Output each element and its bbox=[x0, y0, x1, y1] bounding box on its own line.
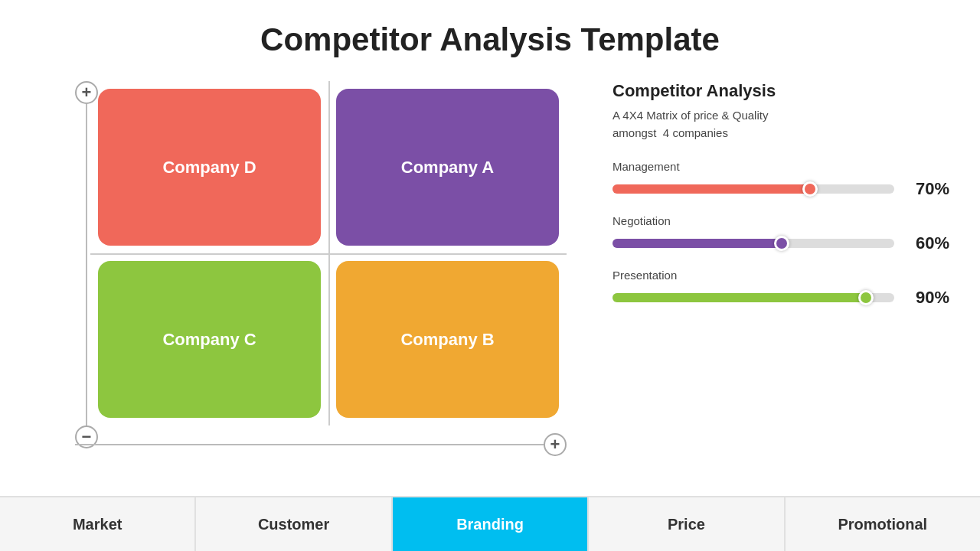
company-a-box: Company A bbox=[336, 89, 559, 246]
negotiation-fill bbox=[612, 239, 782, 248]
management-thumb bbox=[802, 181, 818, 197]
company-d-box: Company D bbox=[98, 89, 321, 246]
company-grid: Company D Company A Company C Company B bbox=[90, 81, 567, 425]
tab-branding[interactable]: Branding bbox=[393, 497, 589, 551]
company-c-label: Company C bbox=[162, 330, 256, 350]
presentation-label: Presentation bbox=[612, 269, 949, 282]
management-slider-row: 70% bbox=[612, 179, 949, 199]
negotiation-track[interactable] bbox=[612, 239, 894, 248]
presentation-thumb bbox=[858, 290, 874, 305]
axis-horizontal: + bbox=[75, 433, 567, 456]
management-track[interactable] bbox=[612, 184, 894, 194]
company-c-box: Company C bbox=[98, 261, 321, 418]
tab-customer[interactable]: Customer bbox=[196, 497, 392, 551]
company-a-label: Company A bbox=[401, 158, 494, 178]
presentation-value: 90% bbox=[903, 288, 949, 308]
negotiation-slider-row: 60% bbox=[612, 233, 949, 253]
cell-company-d: Company D bbox=[90, 81, 328, 253]
management-section: Management 70% bbox=[612, 160, 949, 199]
panel-title: Competitor Analysis bbox=[612, 81, 949, 101]
company-b-box: Company B bbox=[336, 261, 559, 418]
main-content: + − + Company D Company A bbox=[0, 73, 980, 456]
cell-company-a: Company A bbox=[328, 81, 567, 253]
negotiation-thumb bbox=[774, 236, 789, 251]
axis-plus-right: + bbox=[544, 433, 567, 456]
negotiation-section: Negotiation 60% bbox=[612, 214, 949, 253]
presentation-section: Presentation 90% bbox=[612, 269, 949, 308]
tab-promotional[interactable]: Promotional bbox=[786, 497, 980, 551]
cell-company-b: Company B bbox=[328, 253, 567, 425]
axis-line-vertical bbox=[86, 104, 87, 425]
page-title: Competitor Analysis Template bbox=[0, 0, 980, 73]
tab-market[interactable]: Market bbox=[0, 497, 196, 551]
management-fill bbox=[612, 184, 810, 194]
matrix-area: + − + Company D Company A bbox=[31, 73, 582, 456]
tabs-bar: Market Customer Branding Price Promotion… bbox=[0, 496, 980, 551]
axis-line-horizontal bbox=[75, 444, 544, 445]
management-label: Management bbox=[612, 160, 949, 173]
presentation-track[interactable] bbox=[612, 293, 894, 302]
management-value: 70% bbox=[903, 179, 949, 199]
panel-description: A 4X4 Matrix of price & Qualityamongst 4… bbox=[612, 107, 949, 142]
negotiation-value: 60% bbox=[903, 233, 949, 253]
presentation-slider-row: 90% bbox=[612, 288, 949, 308]
negotiation-label: Negotiation bbox=[612, 214, 949, 227]
company-d-label: Company D bbox=[162, 158, 256, 178]
right-panel: Competitor Analysis A 4X4 Matrix of pric… bbox=[612, 73, 949, 456]
cell-company-c: Company C bbox=[90, 253, 328, 425]
presentation-fill bbox=[612, 293, 866, 302]
tab-price[interactable]: Price bbox=[589, 497, 785, 551]
company-b-label: Company B bbox=[400, 330, 494, 350]
